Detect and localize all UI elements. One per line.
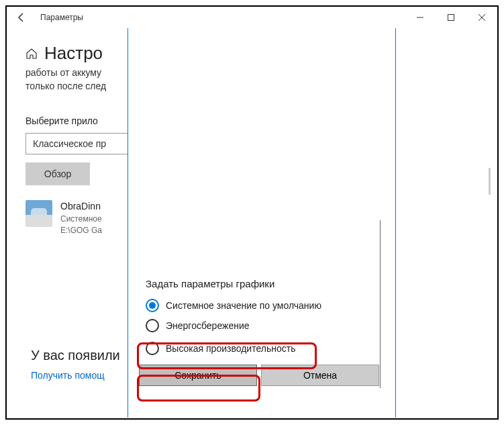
app-name: ObraDinn — [60, 200, 102, 214]
radio-option-default[interactable]: Системное значение по умолчанию — [146, 299, 395, 312]
page-title: Настро — [44, 43, 103, 64]
minimize-button[interactable] — [405, 7, 436, 28]
select-value: Классическое пр — [33, 138, 106, 149]
maximize-button[interactable] — [436, 7, 466, 28]
scrollbar-thumb[interactable] — [489, 168, 491, 195]
app-icon — [26, 200, 52, 227]
svg-rect-1 — [448, 15, 454, 21]
radio-option-high-performance[interactable]: Высокая производительность — [146, 342, 395, 355]
close-button[interactable] — [466, 7, 497, 28]
cancel-button[interactable]: Отмена — [261, 365, 379, 386]
radio-icon — [146, 342, 159, 355]
divider — [380, 220, 381, 388]
help-link[interactable]: Получить помощ — [31, 370, 105, 381]
dialog-title: Задать параметры графики — [146, 278, 395, 289]
app-setting-line: Системное — [60, 214, 102, 225]
browse-button[interactable]: Обзор — [26, 162, 90, 185]
save-button[interactable]: Сохранить — [139, 365, 257, 386]
graphics-preference-dialog: Задать параметры графики Системное значе… — [128, 28, 396, 418]
titlebar: Параметры — [7, 7, 497, 28]
radio-icon — [146, 299, 159, 312]
app-path-line: E:\GOG Ga — [60, 225, 102, 236]
help-heading: У вас появили — [31, 348, 120, 363]
radio-option-powersave[interactable]: Энергосбережение — [146, 319, 395, 332]
radio-icon — [146, 319, 159, 332]
window-title: Параметры — [40, 13, 83, 22]
back-arrow-icon[interactable] — [15, 11, 28, 24]
home-icon[interactable] — [26, 48, 38, 60]
